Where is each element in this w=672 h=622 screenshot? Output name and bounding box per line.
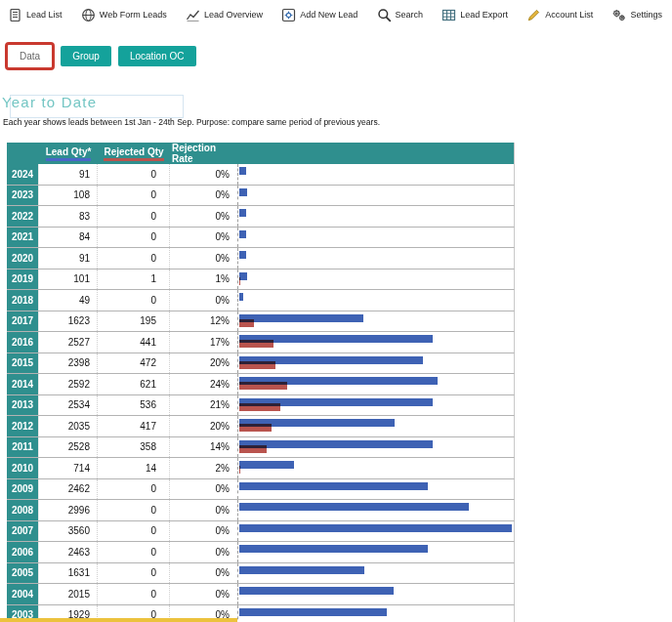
- lead-qty-cell: 3560: [39, 521, 98, 542]
- lead-qty-bar: [239, 440, 433, 448]
- rejection-rate-cell: 12%: [170, 311, 238, 332]
- rejected-qty-cell: 536: [98, 395, 170, 416]
- table-row: 2011252835814%: [7, 437, 515, 459]
- rejected-qty-cell: 0: [98, 206, 170, 227]
- toolbar-item-account-list[interactable]: Account List: [526, 8, 593, 22]
- year-cell: 2005: [7, 563, 39, 584]
- rejected-qty-cell: 1: [98, 270, 170, 290]
- bar-chart-cell: [238, 437, 514, 458]
- rejected-qty-cell: 0: [98, 563, 170, 584]
- tab-location-oc[interactable]: Location OC: [118, 46, 196, 66]
- rejection-rate-cell: 0%: [170, 500, 238, 520]
- lead-qty-bar: [239, 608, 387, 616]
- rejected-qty-bar: [239, 382, 287, 390]
- bar-chart-cell: [238, 605, 514, 622]
- bar-chart-cell: [238, 186, 514, 206]
- lead-qty-cell: 2527: [39, 332, 98, 352]
- year-cell: 2017: [7, 311, 39, 332]
- tab-data[interactable]: Data: [16, 50, 44, 62]
- toolbar-item-label: Lead List: [26, 10, 63, 20]
- year-cell: 2007: [7, 521, 39, 542]
- year-cell: 2014: [7, 374, 39, 394]
- tab-group[interactable]: Group: [61, 46, 111, 66]
- rejected-qty-cell: 0: [98, 248, 170, 269]
- table-row: 2017162319512%: [7, 311, 515, 333]
- year-cell: 2019: [7, 270, 39, 290]
- rejected-qty-cell: 0: [98, 542, 170, 562]
- bar-chart-cell: [238, 270, 514, 290]
- toolbar-item-web-form-leads[interactable]: Web Form Leads: [81, 8, 167, 22]
- bar-chart-cell: [238, 353, 514, 374]
- rejection-rate-cell: 0%: [170, 206, 238, 227]
- document-list-icon: [8, 8, 22, 22]
- bar-chart-cell: [238, 584, 514, 604]
- toolbar-item-lead-export[interactable]: Lead Export: [441, 8, 508, 22]
- table-row: 2010714142%: [7, 458, 515, 479]
- toolbar-item-search[interactable]: Search: [377, 8, 424, 22]
- rejection-rate-cell: 0%: [170, 228, 238, 248]
- toolbar-item-label: Web Form Leads: [100, 10, 167, 20]
- year-cell: 2020: [7, 248, 39, 269]
- lead-qty-cell: 714: [39, 458, 98, 478]
- bar-chart-cell: [238, 542, 514, 562]
- rejection-rate-cell: 20%: [170, 353, 238, 374]
- year-cell: 2021: [7, 228, 39, 248]
- line-chart-icon: [186, 8, 200, 22]
- year-to-date-table: Lead Qty* Rejected Qty Rejection Rate 20…: [7, 143, 515, 622]
- col-header-rejection-rate[interactable]: Rejection Rate: [170, 143, 238, 164]
- table-row: 202310800%: [7, 186, 515, 207]
- rejection-rate-cell: 21%: [170, 395, 238, 416]
- year-cell: 2009: [7, 479, 39, 500]
- toolbar-item-settings[interactable]: Settings: [611, 8, 662, 22]
- year-cell: 2022: [7, 206, 39, 227]
- lead-qty-bar: [239, 314, 363, 322]
- table-row: 20249100%: [7, 164, 515, 186]
- table-row: 2014259262124%: [7, 374, 515, 395]
- rejected-qty-cell: 0: [98, 479, 170, 500]
- rejected-qty-cell: 0: [98, 186, 170, 206]
- lead-qty-bar: [239, 188, 247, 196]
- bar-chart-cell: [238, 416, 514, 436]
- table-row: 2006246300%: [7, 542, 515, 563]
- page-title: Year to Date: [2, 94, 97, 110]
- lead-qty-bar: [239, 482, 428, 490]
- toolbar-item-label: Lead Overview: [204, 10, 263, 20]
- lead-qty-bar: [239, 587, 394, 595]
- toolbar-item-label: Settings: [630, 10, 662, 20]
- table-row: 2012203541720%: [7, 416, 515, 437]
- lead-qty-cell: 49: [39, 290, 98, 311]
- col-header-rejected-qty[interactable]: Rejected Qty: [98, 146, 170, 161]
- rejection-rate-cell: 1%: [170, 270, 238, 290]
- table-row: 20184900%: [7, 290, 515, 311]
- table-header-row: Lead Qty* Rejected Qty Rejection Rate: [7, 143, 515, 164]
- lead-qty-cell: 2398: [39, 353, 98, 374]
- bar-chart-cell: [238, 458, 514, 478]
- toolbar-item-lead-overview[interactable]: Lead Overview: [186, 8, 263, 22]
- col-header-lead-qty[interactable]: Lead Qty*: [39, 146, 98, 161]
- year-cell: 2013: [7, 395, 39, 416]
- lead-qty-cell: 84: [39, 228, 98, 248]
- search-icon: [377, 8, 392, 22]
- rejected-qty-cell: 0: [98, 228, 170, 248]
- rejection-rate-cell: 17%: [170, 332, 238, 352]
- rejection-rate-cell: 0%: [170, 186, 238, 206]
- lead-qty-bar: [239, 209, 246, 217]
- rejected-qty-cell: 0: [98, 290, 170, 311]
- lead-qty-bar: [239, 167, 246, 175]
- bar-chart-cell: [238, 521, 514, 542]
- rejected-qty-bar: [239, 424, 272, 432]
- rejected-qty-bar: [239, 361, 275, 369]
- lead-qty-bar: [239, 461, 294, 469]
- bottom-highlight-strip: [0, 618, 237, 622]
- lead-qty-bar: [239, 251, 246, 259]
- toolbar-item-label: Lead Export: [460, 10, 508, 20]
- table-row: 2008299600%: [7, 500, 515, 521]
- year-cell: 2012: [7, 416, 39, 436]
- lead-qty-bar: [239, 545, 428, 553]
- toolbar-item-add-new-lead[interactable]: Add New Lead: [281, 8, 357, 22]
- year-cell: 2010: [7, 458, 39, 478]
- rejection-rate-cell: 2%: [170, 458, 238, 478]
- bar-chart-cell: [238, 164, 514, 185]
- toolbar-item-lead-list[interactable]: Lead List: [8, 8, 63, 22]
- lead-qty-cell: 1631: [39, 563, 98, 584]
